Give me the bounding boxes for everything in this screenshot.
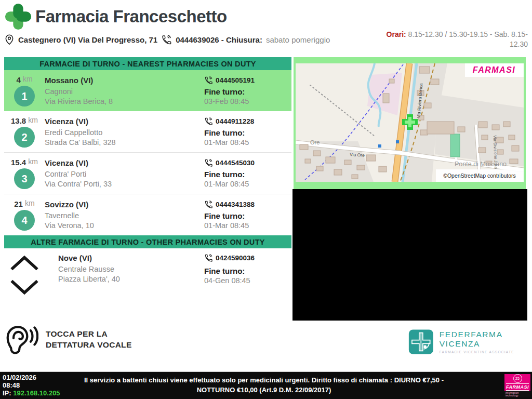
map-label-via-ore: Via Ore bbox=[350, 152, 365, 158]
pharmacy-info: Sovizzo (VI) Tavernelle Via Verona, 10 bbox=[45, 199, 204, 231]
distance-column: 13.8 km 2 bbox=[4, 116, 45, 148]
distance-value: 21 bbox=[14, 200, 23, 208]
voice-dictation-button[interactable]: TOCCA PER LA DETTATURA VOCALE bbox=[5, 323, 132, 355]
footer-bar: 01/02/2026 08:48 IP: 192.168.10.205 Il s… bbox=[0, 371, 532, 399]
phone-icon bbox=[204, 76, 213, 85]
farmasi-logo: 25 FARMASI information technology bbox=[504, 374, 530, 397]
pharmacy-address: Castegnero (VI) Via Del Progresso, 71 bbox=[18, 35, 157, 44]
pharmacy-phone: 0444505191 bbox=[216, 76, 255, 84]
rank-badge: 2 bbox=[14, 127, 35, 148]
pharmacy-name: Centrale Rausse bbox=[58, 264, 204, 274]
pharmacy-name: Cagnoni bbox=[45, 87, 204, 97]
pharmacy-name: Contra' Porti bbox=[45, 169, 204, 179]
distance-unit: km bbox=[28, 116, 38, 124]
pharmacy-row-2[interactable]: 13.8 km 2 Vicenza (VI) Eredi Cappellotto… bbox=[4, 111, 291, 152]
map-brand-farmasi: FARMASI bbox=[473, 65, 516, 74]
distance-unit: km bbox=[23, 75, 33, 83]
scroll-controls bbox=[4, 252, 45, 297]
distance-unit: km bbox=[25, 199, 35, 207]
pharmacy-street: Strada Ca' Balbi, 328 bbox=[45, 138, 204, 148]
fine-turno-value: 03-Feb 08:45 bbox=[204, 97, 291, 105]
pharmacy-phone: 0424590036 bbox=[216, 254, 255, 262]
fine-turno-value: 01-Mar 08:45 bbox=[204, 138, 291, 147]
pharmacy-name: Eredi Cappellotto bbox=[45, 128, 204, 138]
ip-label: IP: bbox=[3, 389, 13, 397]
fine-turno-label: Fine turno: bbox=[204, 267, 291, 275]
fine-turno-value: 01-Mar 08:45 bbox=[204, 221, 291, 230]
pharmacy-street: Via Riviera Berica, 8 bbox=[45, 97, 204, 107]
distance-column: 4 km 1 bbox=[4, 75, 45, 107]
fine-turno-value: 04-Gen 08:45 bbox=[204, 276, 291, 285]
phone-icon bbox=[204, 158, 213, 167]
page-title: Farmacia Franceschetto bbox=[35, 7, 227, 26]
fine-turno-label: Fine turno: bbox=[204, 170, 291, 179]
ear-icon bbox=[5, 323, 38, 355]
pharmacy-cross-logo bbox=[4, 3, 32, 31]
map-label-ore: Ore bbox=[310, 139, 320, 145]
orari-label: Orari: bbox=[387, 30, 406, 38]
fine-turno-label: Fine turno: bbox=[204, 87, 291, 96]
pharmacy-row-4[interactable]: 21 km 4 Sovizzo (VI) Tavernelle Via Vero… bbox=[4, 194, 291, 235]
pharmacy-city: Nove (VI) bbox=[58, 254, 204, 262]
map-label-ponte: Ponte di Mossano bbox=[455, 161, 507, 168]
opening-hours: Orari: 8.15-12.30 / 15.30-19.15 - Sab. 8… bbox=[380, 30, 528, 49]
chevron-up-icon[interactable] bbox=[9, 254, 39, 271]
distance-value: 13.8 bbox=[11, 116, 26, 125]
pharmacy-city: Mossano (VI) bbox=[45, 76, 204, 85]
pharmacy-street: Piazza Liberta', 40 bbox=[58, 274, 204, 284]
voice-line-1: TOCCA PER LA bbox=[46, 328, 132, 339]
pharmacy-phone: 0444341388 bbox=[216, 201, 255, 208]
map-attribution: ©OpenStreetMap contributors bbox=[443, 172, 516, 179]
pharmacy-contact: 0424590036 Fine turno: 04-Gen 08:45 bbox=[204, 252, 291, 285]
orari-value: 8.15-12.30 / 15.30-19.15 - Sab. 8.15-12.… bbox=[406, 30, 528, 48]
federfarma-logo-block: FEDERFARMA VICENZA FARMACIE VICENTINE AS… bbox=[408, 327, 532, 356]
other-pharmacy-row[interactable]: Nove (VI) Centrale Rausse Piazza Liberta… bbox=[4, 248, 291, 301]
federfarma-title: FEDERFARMA VICENZA bbox=[440, 330, 532, 349]
distance-value: 15.4 bbox=[11, 158, 26, 167]
chevron-down-icon[interactable] bbox=[9, 279, 39, 297]
federfarma-cross-icon bbox=[408, 327, 434, 356]
pharmacy-city: Vicenza (VI) bbox=[45, 158, 204, 167]
closure-value: sabato pomeriggio bbox=[266, 35, 330, 44]
phone-icon bbox=[161, 34, 172, 45]
voice-line-2: DETTATURA VOCALE bbox=[46, 339, 132, 350]
duty-section-header: FARMACIE DI TURNO - NEAREST PHARMACIES O… bbox=[4, 57, 291, 70]
phone-icon bbox=[204, 254, 213, 262]
fine-turno-label: Fine turno: bbox=[204, 128, 291, 137]
rank-badge: 1 bbox=[14, 86, 35, 107]
federfarma-subtitle: FARMACIE VICENTINE ASSOCIATE bbox=[440, 350, 532, 354]
pharmacy-phone-closure: 0444639026 - Chiusura: bbox=[176, 35, 262, 44]
distance-column: 21 km 4 bbox=[4, 199, 45, 231]
pharmacy-name: Tavernelle bbox=[45, 211, 204, 221]
other-section-header: ALTRE FARMACIE DI TURNO - OTHER PHARMACI… bbox=[4, 235, 291, 248]
blank-video-panel bbox=[292, 189, 527, 321]
footer-time: 08:48 bbox=[3, 381, 60, 389]
service-notice: Il servizio a battenti chiusi viene effe… bbox=[78, 375, 450, 395]
distance-unit: km bbox=[28, 157, 38, 166]
pharmacy-contact: 0444505191 Fine turno: 03-Feb 08:45 bbox=[204, 75, 291, 105]
farmasi-25-badge: 25 bbox=[513, 374, 522, 383]
phone-icon bbox=[204, 200, 213, 209]
pharmacy-city: Vicenza (VI) bbox=[45, 117, 204, 126]
pharmacy-city: Sovizzo (VI) bbox=[45, 200, 204, 209]
phone-icon bbox=[204, 117, 213, 126]
pharmacy-phone: 0444545030 bbox=[216, 159, 255, 167]
farmasi-name: FARMASI bbox=[506, 383, 529, 391]
rank-badge: 3 bbox=[14, 168, 35, 189]
pharmacy-info: Vicenza (VI) Contra' Porti Via Contra' P… bbox=[45, 157, 204, 189]
pharmacy-phone: 0444911228 bbox=[216, 117, 254, 125]
pharmacy-row-1[interactable]: 4 km 1 Mossano (VI) Cagnoni Via Riviera … bbox=[4, 70, 291, 111]
pharmacy-contact: 0444911228 Fine turno: 01-Mar 08:45 bbox=[204, 116, 291, 147]
rank-badge: 4 bbox=[14, 210, 35, 231]
ip-address: 192.168.10.205 bbox=[13, 389, 60, 397]
pharmacy-contact: 0444545030 Fine turno: 01-Mar 08:45 bbox=[204, 157, 291, 188]
pharmacy-street: Via Contra' Porti, 33 bbox=[45, 179, 204, 189]
pharmacy-contact: 0444341388 Fine turno: 01-Mar 08:45 bbox=[204, 199, 291, 230]
duty-pharmacies-panel: FARMACIE DI TURNO - NEAREST PHARMACIES O… bbox=[4, 57, 291, 301]
pharmacy-row-3[interactable]: 15.4 km 3 Vicenza (VI) Contra' Porti Via… bbox=[4, 152, 291, 194]
pharmacy-kiosk-screen: Farmacia Franceschetto Castegnero (VI) V… bbox=[0, 0, 532, 399]
farmasi-tagline: information technology bbox=[504, 391, 530, 397]
fine-turno-value: 01-Mar 08:45 bbox=[204, 180, 291, 188]
pharmacy-map[interactable]: Ore Via Ore Ponte di Mossano Via Riviera… bbox=[294, 57, 526, 189]
system-info: 01/02/2026 08:48 IP: 192.168.10.205 bbox=[3, 374, 60, 397]
